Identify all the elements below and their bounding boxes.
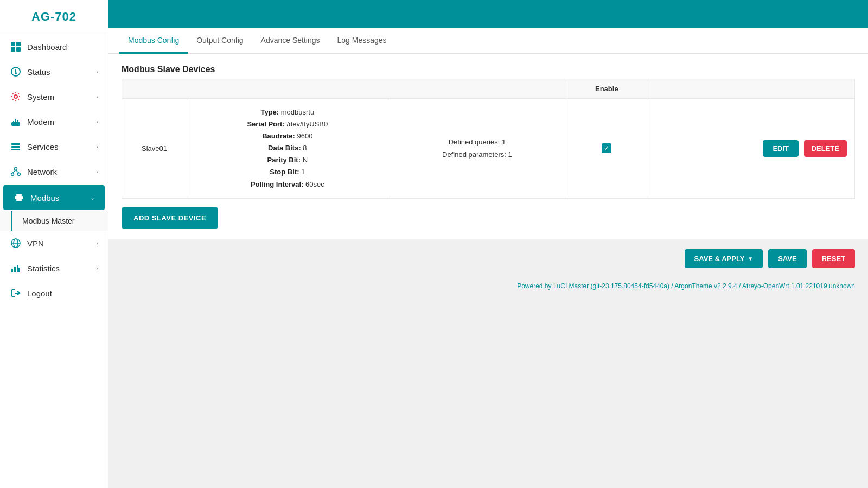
sidebar-item-label: Services [27, 142, 59, 151]
chevron-right-icon: › [96, 240, 98, 246]
device-enable-checkbox[interactable]: ✓ [602, 143, 611, 153]
serial-port-value: /dev/ttyUSB0 [286, 120, 328, 128]
sidebar-item-label: Modem [27, 117, 54, 126]
svg-rect-13 [11, 146, 20, 148]
table-row: Slave01 Type: modbusrtu Serial Port: /de… [122, 99, 855, 199]
device-queries-cell: Defined queries: 1 Defined parameters: 1 [388, 99, 566, 199]
chevron-right-icon: › [96, 118, 98, 125]
svg-point-6 [15, 73, 16, 74]
sidebar-item-logout[interactable]: Logout [0, 281, 108, 306]
svg-point-7 [14, 95, 17, 98]
svg-rect-9 [13, 121, 14, 122]
sidebar-item-statistics[interactable]: Statistics › [0, 256, 108, 281]
sidebar-item-vpn[interactable]: VPN › [0, 231, 108, 256]
svg-rect-0 [11, 42, 15, 46]
footer-action-bar: SAVE & APPLY ▼ SAVE RESET [108, 239, 868, 278]
sidebar-item-label: Modbus [30, 193, 59, 202]
defined-queries-value: 1 [502, 138, 506, 146]
powered-by-text: Powered by LuCI Master (git-23.175.80454… [108, 278, 868, 299]
svg-rect-11 [17, 120, 18, 122]
chevron-right-icon: › [96, 168, 98, 175]
edit-button[interactable]: EDIT [763, 140, 799, 157]
sidebar-item-label: Status [27, 67, 50, 77]
data-bits-value: 8 [303, 144, 307, 152]
sidebar-item-label: Statistics [27, 264, 60, 273]
app-logo: AG-702 [0, 0, 108, 34]
chevron-down-icon: ⌄ [90, 194, 95, 201]
baudrate-label: Baudrate: [262, 132, 295, 140]
services-icon [10, 141, 22, 153]
device-enable-cell: ✓ [566, 99, 647, 199]
sidebar-item-label: Network [27, 167, 57, 176]
chevron-right-icon: › [96, 143, 98, 150]
tab-bar: Modbus Config Output Config Advance Sett… [108, 28, 868, 54]
svg-rect-26 [11, 269, 13, 272]
defined-queries-label: Defined queries: [449, 138, 500, 146]
svg-rect-21 [16, 194, 22, 196]
delete-button[interactable]: DELETE [804, 140, 847, 157]
sidebar-item-modem[interactable]: Modem › [0, 109, 108, 134]
sidebar-item-label: Dashboard [27, 42, 67, 52]
topbar [108, 0, 868, 28]
type-value: modbusrtu [281, 108, 314, 116]
tab-advance-settings[interactable]: Advance Settings [252, 28, 329, 54]
chevron-right-icon: › [96, 93, 98, 100]
sidebar-item-status[interactable]: Status › [0, 59, 108, 84]
statistics-icon [10, 262, 22, 274]
parity-bit-value: N [303, 156, 308, 164]
svg-rect-2 [11, 47, 15, 52]
system-icon [10, 91, 22, 103]
network-icon [10, 166, 22, 178]
svg-point-17 [18, 173, 21, 176]
svg-rect-14 [11, 149, 20, 150]
defined-parameters-label: Defined parameters: [442, 150, 506, 159]
svg-rect-1 [16, 42, 21, 46]
stop-bit-label: Stop Bit: [270, 168, 299, 176]
serial-port-label: Serial Port: [247, 120, 284, 128]
chevron-right-icon: › [96, 68, 98, 75]
svg-rect-10 [15, 119, 16, 122]
content-area: Modbus Config Output Config Advance Sett… [108, 28, 868, 488]
svg-rect-28 [17, 265, 18, 272]
tab-log-messages[interactable]: Log Messages [329, 28, 395, 54]
sidebar-item-dashboard[interactable]: Dashboard [0, 34, 108, 59]
parity-bit-label: Parity Bit: [267, 156, 301, 164]
svg-point-16 [11, 173, 14, 176]
sidebar: AG-702 Dashboard Status › [0, 0, 108, 488]
chevron-right-icon: › [96, 265, 98, 271]
device-name: Slave01 [142, 144, 167, 153]
dropdown-arrow-icon: ▼ [748, 256, 753, 262]
device-actions-cell: EDIT DELETE [647, 99, 855, 199]
tab-modbus-config[interactable]: Modbus Config [119, 28, 188, 54]
dashboard-icon [10, 41, 22, 53]
device-info-cell: Type: modbusrtu Serial Port: /dev/ttyUSB… [187, 99, 388, 199]
polling-interval-value: 60sec [305, 180, 324, 188]
svg-rect-22 [16, 199, 22, 201]
sidebar-item-label: Logout [27, 289, 52, 298]
add-slave-device-button[interactable]: ADD SLAVE DEVICE [122, 207, 218, 229]
svg-rect-20 [15, 196, 23, 199]
tab-output-config[interactable]: Output Config [188, 28, 252, 54]
sidebar-item-modbus[interactable]: Modbus ⌄ [3, 185, 105, 210]
sidebar-item-network[interactable]: Network › [0, 159, 108, 184]
section-title: Modbus Slave Devices [122, 65, 855, 74]
modbus-slave-section: Modbus Slave Devices Enable Slave01 [108, 54, 868, 239]
modbus-submenu: Modbus Master [0, 211, 108, 231]
reset-button[interactable]: RESET [812, 249, 855, 268]
svg-rect-27 [14, 267, 16, 272]
stop-bit-value: 1 [301, 168, 305, 176]
vpn-icon [10, 237, 22, 249]
svg-rect-3 [16, 47, 21, 52]
modbus-icon [13, 192, 25, 204]
save-button[interactable]: SAVE [768, 249, 806, 268]
enable-column-header: Enable [566, 79, 647, 99]
sidebar-item-services[interactable]: Services › [0, 134, 108, 159]
svg-rect-8 [11, 122, 20, 126]
sidebar-item-system[interactable]: System › [0, 84, 108, 109]
save-and-apply-button[interactable]: SAVE & APPLY ▼ [685, 249, 763, 268]
sidebar-item-label: VPN [27, 239, 44, 248]
sidebar-item-modbus-master[interactable]: Modbus Master [11, 211, 108, 231]
svg-point-15 [15, 168, 17, 170]
sidebar-item-label: System [27, 92, 54, 102]
polling-interval-label: Polling Interval: [251, 180, 304, 188]
